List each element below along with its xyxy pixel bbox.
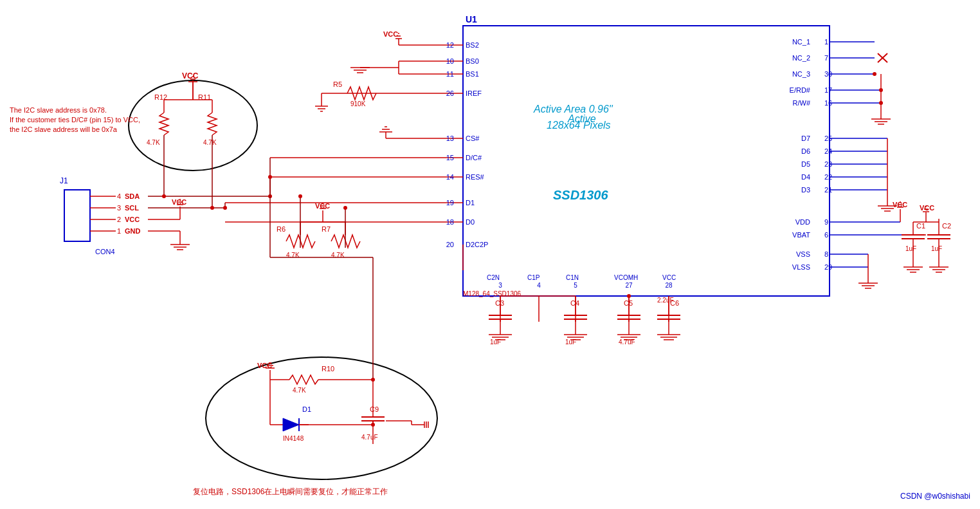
vcc-r12r11: VCC <box>182 71 199 80</box>
pin-res: RES# <box>466 173 485 181</box>
pin-d3: D3 <box>801 186 810 194</box>
svg-point-169 <box>162 194 166 198</box>
pin-8: 8 <box>824 250 828 258</box>
pin-23: 23 <box>824 160 832 168</box>
pin-10: 10 <box>446 57 454 65</box>
vcc-c1c2: VCC <box>920 204 934 212</box>
pin-29: 29 <box>824 263 832 271</box>
pin-dc: D/C# <box>466 154 482 162</box>
pin-15: 15 <box>446 154 454 162</box>
pin-11: 11 <box>446 70 454 78</box>
r10-value: 4.7K <box>293 387 306 394</box>
j1-sda: SDA <box>125 192 140 200</box>
j1-scl: SCL <box>125 204 139 212</box>
pin-bs1: BS1 <box>466 70 479 78</box>
c1-value: 1uF <box>905 245 916 252</box>
c9-label: C9 <box>370 405 379 413</box>
svg-point-70 <box>873 72 876 76</box>
c5-label: C5 <box>624 299 633 307</box>
r10-label: R10 <box>322 365 334 373</box>
pin-nc1: NC_1 <box>792 38 810 46</box>
vcc-bs2: VCC <box>383 30 398 38</box>
watermark: CSDN @w0shishabi <box>900 492 970 501</box>
c4-label: C4 <box>570 299 579 307</box>
pin-12: 12 <box>446 41 454 49</box>
r12-value: 4.7K <box>147 139 160 146</box>
pin-cs: CS# <box>466 134 480 142</box>
pin-d4: D4 <box>801 173 810 181</box>
pin-d6: D6 <box>801 147 810 155</box>
pin-14: 14 <box>446 173 454 181</box>
i2c-note-3: the I2C slave address will be 0x7a <box>10 125 118 133</box>
pin-c2n-label: C2N <box>487 274 500 281</box>
pin-7: 7 <box>824 54 828 62</box>
pin-1: 1 <box>824 38 828 46</box>
svg-point-199 <box>268 175 272 179</box>
pin-vcc-label: VCC <box>662 274 676 281</box>
pin-27: 27 <box>625 282 633 289</box>
pin-24: 24 <box>824 147 832 155</box>
pin-nc2: NC_2 <box>792 54 810 62</box>
active-text: Active <box>567 113 596 124</box>
svg-point-170 <box>210 206 214 210</box>
pin-bs0: BS0 <box>466 57 479 65</box>
r11-value: 4.7K <box>203 139 217 146</box>
c2-value: 1uF <box>931 245 942 252</box>
r5-value: 910K <box>350 100 366 107</box>
pin-20: 20 <box>446 241 454 248</box>
pin-21: 21 <box>824 186 832 194</box>
pin-vss: VSS <box>796 250 810 258</box>
pin-30: 30 <box>824 70 832 78</box>
pin-17: 17 <box>824 86 832 94</box>
r6-label: R6 <box>277 225 286 233</box>
pin-vdd: VDD <box>795 218 810 226</box>
svg-point-136 <box>223 206 227 210</box>
con4-label: CON4 <box>95 248 115 255</box>
pin-18: 18 <box>446 218 454 226</box>
svg-point-156 <box>298 194 302 198</box>
ic-type-label: SSD1306 <box>553 188 608 202</box>
j1-gnd: GND <box>125 227 141 235</box>
pin-d7: D7 <box>801 134 810 142</box>
in4148-label: IN4148 <box>283 435 304 442</box>
i2c-note-2: If the customer ties D/C# (pin 15) to VC… <box>10 116 140 124</box>
c3-label: C3 <box>495 299 504 307</box>
pin-5: 5 <box>574 282 577 289</box>
j1-pin4: 4 <box>117 192 121 200</box>
pin-nc3: NC_3 <box>792 70 810 78</box>
pin-13: 13 <box>446 134 454 142</box>
m128-label: M128_64_SSD1306 <box>463 290 522 297</box>
i2c-note-1: The I2C slave address is 0x78. <box>10 106 107 114</box>
c2-label: C2 <box>942 222 951 230</box>
ic-u1-label: U1 <box>466 14 477 24</box>
j1-pin3: 3 <box>117 204 121 212</box>
pin-d2: D2C2P <box>466 241 488 248</box>
c1-label: C1 <box>916 222 925 230</box>
svg-point-57 <box>627 294 631 298</box>
pin-bs2: BS2 <box>466 41 479 49</box>
reset-note: 复位电路，SSD1306在上电瞬间需要复位，才能正常工作 <box>193 487 388 496</box>
c6-value: 2.2uF <box>657 297 674 304</box>
schematic-canvas: U1 Active Area 0.96'' 128x64 Pixels SSD1… <box>0 0 980 509</box>
pin-4: 4 <box>537 282 541 289</box>
j1-pin1: 1 <box>117 227 121 235</box>
pin-19: 19 <box>446 199 454 207</box>
svg-point-157 <box>343 206 347 210</box>
pin-d1: D1 <box>466 199 475 207</box>
pin-c1n-label: C1N <box>566 274 579 281</box>
pin-erd: E/RD# <box>790 86 811 94</box>
pin-9: 9 <box>824 218 828 226</box>
j1-vcc: VCC <box>125 216 140 223</box>
svg-point-195 <box>371 423 375 427</box>
pin-vlss: VLSS <box>792 263 810 271</box>
pin-d5: D5 <box>801 160 810 168</box>
pin-6: 6 <box>824 231 828 239</box>
pin-26: 26 <box>446 89 454 97</box>
pin-3: 3 <box>498 282 502 289</box>
r7-label: R7 <box>322 225 331 233</box>
pin-28: 28 <box>665 282 673 289</box>
svg-point-200 <box>371 378 375 382</box>
pin-16: 16 <box>824 99 832 107</box>
pin-d0: D0 <box>466 218 475 226</box>
pin-iref: IREF <box>466 89 482 97</box>
